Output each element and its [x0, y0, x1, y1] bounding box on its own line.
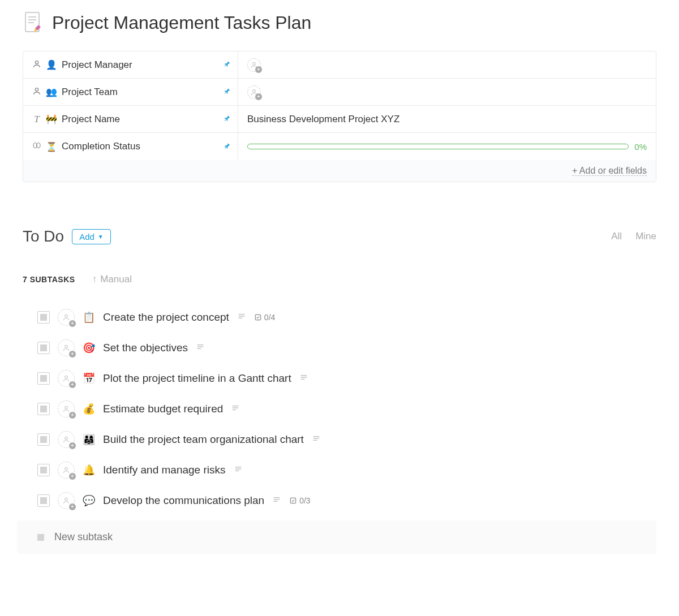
- task-emoji-icon: 🎯: [83, 342, 95, 354]
- add-button-label: Add: [79, 232, 94, 242]
- field-label-cell[interactable]: ⏳Completion Status: [23, 133, 238, 160]
- task-checkbox[interactable]: [37, 464, 50, 476]
- svg-point-8: [33, 143, 37, 148]
- task-emoji-icon: 💬: [83, 494, 95, 507]
- svg-point-4: [35, 61, 38, 63]
- task-emoji-icon: 💰: [83, 403, 95, 415]
- task-title: Build the project team organizational ch…: [103, 433, 304, 446]
- field-emoji-icon: 👤: [45, 59, 58, 70]
- field-value-cell[interactable]: [238, 51, 656, 78]
- description-icon: [234, 464, 243, 476]
- description-icon: [196, 342, 205, 354]
- task-checkbox[interactable]: [37, 372, 50, 385]
- task-checkbox[interactable]: [37, 494, 50, 507]
- field-emoji-icon: 👥: [45, 87, 58, 97]
- progress-label: 0%: [634, 142, 647, 152]
- subtasks-header: 7 SUBTASKS ↑ Manual: [23, 274, 656, 285]
- page-title: Project Management Tasks Plan: [52, 12, 311, 33]
- task-row[interactable]: 👨‍👩‍👧Build the project team organization…: [37, 424, 656, 455]
- task-row[interactable]: 💰Estimate budget required: [37, 394, 656, 424]
- svg-point-35: [65, 498, 68, 501]
- task-checkbox[interactable]: [37, 403, 50, 415]
- assignee-add-icon[interactable]: [58, 339, 75, 356]
- field-type-icon: T: [31, 114, 42, 125]
- field-row: 👥Project Team: [23, 79, 656, 106]
- svg-rect-14: [255, 315, 260, 320]
- add-button[interactable]: Add ▼: [72, 229, 111, 244]
- sort-label: Manual: [100, 274, 132, 285]
- field-row: 👤Project Manager: [23, 51, 656, 79]
- field-row: T🚧Project NameBusiness Development Proje…: [23, 106, 656, 133]
- pin-icon[interactable]: [223, 87, 231, 97]
- field-emoji-icon: ⏳: [45, 141, 58, 152]
- field-label: Project Manager: [62, 59, 132, 71]
- field-emoji-icon: 🚧: [45, 114, 58, 124]
- description-icon: [299, 373, 308, 384]
- field-value-cell[interactable]: Business Development Project XYZ: [238, 106, 656, 132]
- field-type-icon: [31, 87, 42, 98]
- assignee-add-icon[interactable]: [58, 462, 75, 479]
- field-label: Completion Status: [62, 141, 140, 152]
- field-label: Project Team: [62, 87, 118, 98]
- assignee-add-icon[interactable]: [58, 431, 75, 448]
- field-value-cell[interactable]: [238, 79, 656, 105]
- pin-icon[interactable]: [223, 142, 231, 152]
- description-icon: [237, 312, 246, 323]
- assignee-add-icon[interactable]: [58, 309, 75, 326]
- subtask-count-badge: 0/4: [254, 313, 275, 322]
- subtask-count-badge: 0/3: [289, 496, 310, 505]
- field-value-text: Business Development Project XYZ: [247, 114, 399, 125]
- field-label-cell[interactable]: 👤Project Manager: [23, 51, 238, 78]
- filter-tab-mine[interactable]: Mine: [635, 231, 656, 242]
- sort-dropdown[interactable]: ↑ Manual: [92, 274, 132, 285]
- filter-tab-all[interactable]: All: [611, 231, 622, 242]
- document-icon: [23, 11, 43, 34]
- task-checkbox[interactable]: [37, 342, 50, 354]
- task-emoji-icon: 🔔: [83, 464, 95, 476]
- task-row[interactable]: 💬Develop the communications plan0/3: [37, 485, 656, 516]
- new-subtask-row[interactable]: [17, 520, 656, 554]
- field-row: ⏳Completion Status0%: [23, 133, 656, 160]
- filter-tabs: All Mine: [611, 231, 656, 242]
- add-edit-fields-link[interactable]: + Add or edit fields: [572, 166, 647, 176]
- svg-point-7: [253, 89, 256, 92]
- assignee-add-icon[interactable]: [58, 370, 75, 387]
- field-value-cell[interactable]: 0%: [238, 133, 656, 160]
- task-row[interactable]: 📋Create the project concept0/4: [37, 302, 656, 333]
- assignee-add-icon[interactable]: [247, 58, 261, 72]
- assignee-add-icon[interactable]: [58, 492, 75, 509]
- pin-icon[interactable]: [223, 114, 231, 124]
- svg-rect-39: [291, 498, 296, 503]
- svg-point-23: [65, 406, 68, 409]
- svg-point-9: [37, 143, 40, 148]
- assignee-add-icon[interactable]: [58, 400, 75, 417]
- fields-table: 👤Project Manager👥Project TeamT🚧Project N…: [23, 51, 656, 182]
- new-subtask-input[interactable]: [53, 531, 280, 544]
- task-checkbox[interactable]: [37, 311, 50, 324]
- task-row[interactable]: 🎯Set the objectives: [37, 333, 656, 363]
- add-edit-fields-row: + Add or edit fields: [23, 160, 656, 182]
- chevron-down-icon: ▼: [98, 234, 104, 240]
- task-emoji-icon: 📋: [83, 311, 95, 324]
- task-title: Plot the project timeline in a Gantt cha…: [103, 372, 291, 385]
- svg-point-31: [65, 467, 68, 470]
- field-label-cell[interactable]: T🚧Project Name: [23, 106, 238, 132]
- task-checkbox[interactable]: [37, 433, 50, 446]
- field-type-icon: [31, 59, 42, 71]
- description-icon: [272, 495, 281, 506]
- subtasks-count: 7 SUBTASKS: [23, 275, 75, 284]
- assignee-add-icon[interactable]: [247, 85, 261, 99]
- task-row[interactable]: 📅Plot the project timeline in a Gantt ch…: [37, 363, 656, 394]
- svg-point-19: [65, 376, 68, 378]
- todo-header: To Do Add ▼ All Mine: [23, 227, 656, 245]
- task-title: Create the project concept: [103, 311, 229, 324]
- task-title: Develop the communications plan: [103, 494, 264, 507]
- task-emoji-icon: 👨‍👩‍👧: [83, 433, 95, 446]
- task-emoji-icon: 📅: [83, 372, 95, 385]
- field-label-cell[interactable]: 👥Project Team: [23, 79, 238, 105]
- progress-bar: 0%: [247, 142, 647, 152]
- task-row[interactable]: 🔔Identify and manage risks: [37, 455, 656, 485]
- task-title: Identify and manage risks: [103, 464, 226, 476]
- new-subtask-checkbox-placeholder: [37, 534, 44, 541]
- pin-icon[interactable]: [223, 60, 231, 70]
